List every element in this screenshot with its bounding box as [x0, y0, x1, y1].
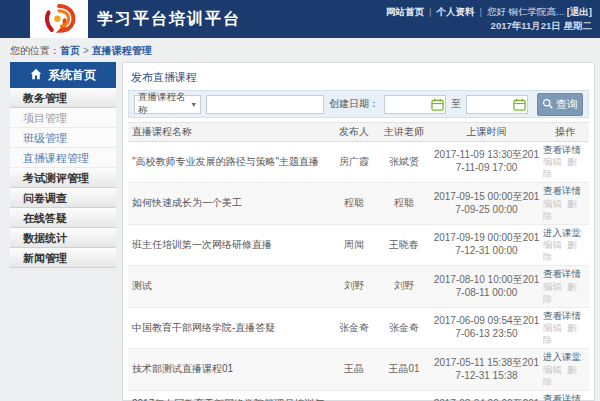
edit-link[interactable]: 编辑 [543, 198, 562, 209]
sidebar-item[interactable]: 问卷调查 [10, 188, 116, 208]
greeting-text: 您好 铜仁学院高... [487, 6, 564, 17]
course-name: 班主任培训第一次网络研修直播 [128, 224, 332, 265]
course-name: 测试 [128, 266, 332, 307]
teacher: 程聪 [376, 183, 432, 224]
class-time: 2017-11-09 13:30至2017-11-09 17:00 [432, 142, 541, 183]
nav-site-home-link[interactable]: 网站首页 [386, 6, 424, 17]
operations-cell: 查看详情编辑删除 [541, 390, 589, 401]
top-header: 学习平台培训平台 网站首页|个人资料|您好 铜仁学院高... [退出] 2017… [0, 0, 600, 38]
class-time: 2017-08-04 09:00至2017-08-10 20:30 [432, 390, 541, 401]
logout-link[interactable]: [退出] [567, 6, 592, 17]
edit-link[interactable]: 编辑 [543, 364, 562, 375]
class-time: 2017-09-19 00:00至2017-12-31 00:00 [432, 224, 541, 265]
to-label: 至 [451, 97, 461, 111]
table-row: 2017年中国教育干部网络学院管理员培训与实操演示（模拟）韦羽羽刘野2017-0… [128, 390, 589, 401]
enter-classroom-link[interactable]: 进入课堂 [543, 227, 587, 239]
course-name: 2017年中国教育干部网络学院管理员培训与实操演示（模拟） [128, 390, 332, 401]
view-detail-link[interactable]: 查看详情 [543, 310, 587, 322]
view-detail-link[interactable]: 查看详情 [543, 268, 587, 280]
teacher: 张金奇 [376, 307, 432, 348]
publisher: 王晶 [332, 349, 376, 390]
query-button[interactable]: 查询 [537, 93, 583, 116]
sidebar-home-label: 系统首页 [48, 67, 96, 84]
teacher: 王晓春 [376, 224, 432, 265]
search-bar: 直播课程名称 ▼ 创建日期： 至 查询 [128, 90, 589, 118]
operations-cell: 查看详情编辑删除 [541, 307, 589, 348]
breadcrumb-current[interactable]: 直播课程管理 [92, 45, 152, 56]
sidebar: 系统首页 教务管理项目管理班级管理直播课程管理考试测评管理问卷调查在线答疑数据统… [10, 62, 116, 268]
class-time: 2017-09-15 00:00至2017-09-25 00:00 [432, 183, 541, 224]
operations-cell: 查看详情编辑删除 [541, 142, 589, 183]
teacher: 王晶01 [376, 349, 432, 390]
publish-live-course-link[interactable]: 发布直播课程 [131, 71, 197, 83]
operations-cell: 进入课堂编辑删除 [541, 349, 589, 390]
course-table-body: "高校教师专业发展的路径与策略"主题直播房广霞张斌贤2017-11-09 13:… [128, 142, 589, 401]
sidebar-item[interactable]: 教务管理 [10, 88, 116, 108]
publisher: 张金奇 [332, 307, 376, 348]
chevron-down-icon: ▼ [190, 101, 197, 108]
search-icon [542, 98, 553, 111]
table-row: 技术部测试直播课程01王晶王晶012017-05-11 15:38至2017-1… [128, 349, 589, 390]
edit-link[interactable]: 编辑 [543, 322, 562, 333]
table-header-row: 直播课程名称发布人主讲老师上课时间操作 [128, 123, 589, 142]
sidebar-item[interactable]: 在线答疑 [10, 208, 116, 228]
edit-link[interactable]: 编辑 [543, 281, 562, 292]
nav-profile-link[interactable]: 个人资料 [437, 6, 475, 17]
calendar-icon[interactable] [513, 98, 526, 113]
table-row: 班主任培训第一次网络研修直播周闻王晓春2017-09-19 00:00至2017… [128, 224, 589, 265]
publish-row: 发布直播课程 [128, 63, 589, 90]
class-time: 2017-05-11 15:38至2017-12-31 15:38 [432, 349, 541, 390]
course-name: 中国教育干部网络学院-直播答疑 [128, 307, 332, 348]
query-button-label: 查询 [556, 97, 578, 112]
edit-link[interactable]: 编辑 [543, 239, 562, 250]
view-detail-link[interactable]: 查看详情 [543, 185, 587, 197]
logo-box [30, 0, 88, 38]
sidebar-menu: 教务管理项目管理班级管理直播课程管理考试测评管理问卷调查在线答疑数据统计新闻管理 [10, 88, 116, 268]
publisher: 刘野 [332, 266, 376, 307]
sidebar-item[interactable]: 考试测评管理 [10, 168, 116, 188]
column-header: 上课时间 [432, 123, 541, 142]
breadcrumb-separator: > [83, 45, 89, 56]
course-name: 技术部测试直播课程01 [128, 349, 332, 390]
header-nav: 网站首页|个人资料|您好 铜仁学院高... [退出] [386, 5, 592, 19]
calendar-icon[interactable] [431, 98, 444, 113]
teacher: 刘野 [376, 266, 432, 307]
publisher: 韦羽羽 [332, 390, 376, 401]
sidebar-item[interactable]: 项目管理 [10, 108, 116, 128]
view-detail-link[interactable]: 查看详情 [543, 144, 587, 156]
create-date-label: 创建日期： [329, 97, 379, 111]
column-header: 操作 [541, 123, 589, 142]
current-date: 2017年11月21日 星期二 [386, 19, 592, 33]
operations-cell: 查看详情编辑删除 [541, 266, 589, 307]
course-table: 直播课程名称发布人主讲老师上课时间操作 "高校教师专业发展的路径与策略"主题直播… [128, 122, 589, 401]
publisher: 房广霞 [332, 142, 376, 183]
table-row: 测试刘野刘野2017-08-10 10:00至2017-08-11 00:00查… [128, 266, 589, 307]
class-time: 2017-06-09 09:54至2017-06-13 23:50 [432, 307, 541, 348]
column-header: 主讲老师 [376, 123, 432, 142]
sidebar-item-system-home[interactable]: 系统首页 [10, 62, 116, 88]
publisher: 周闻 [332, 224, 376, 265]
search-field-select[interactable]: 直播课程名称 ▼ [134, 95, 201, 114]
view-detail-link[interactable]: 查看详情 [543, 393, 587, 401]
sidebar-item[interactable]: 班级管理 [10, 128, 116, 148]
search-keyword-input[interactable] [206, 95, 324, 114]
table-row: 中国教育干部网络学院-直播答疑张金奇张金奇2017-06-09 09:54至20… [128, 307, 589, 348]
table-row: "高校教师专业发展的路径与策略"主题直播房广霞张斌贤2017-11-09 13:… [128, 142, 589, 183]
teacher: 刘野 [376, 390, 432, 401]
home-icon [30, 68, 42, 83]
course-name: 如何快速成长为一个美工 [128, 183, 332, 224]
edit-link[interactable]: 编辑 [543, 156, 562, 167]
breadcrumb-home-link[interactable]: 首页 [60, 45, 80, 56]
breadcrumb-prefix: 您的位置： [10, 45, 60, 56]
sidebar-item[interactable]: 数据统计 [10, 228, 116, 248]
phoenix-logo-icon [37, 2, 81, 36]
search-field-selected: 直播课程名称 [138, 91, 190, 117]
column-header: 直播课程名称 [128, 123, 332, 142]
enter-classroom-link[interactable]: 进入课堂 [543, 351, 587, 363]
course-name: "高校教师专业发展的路径与策略"主题直播 [128, 142, 332, 183]
sidebar-item[interactable]: 直播课程管理 [10, 148, 116, 168]
class-time: 2017-08-10 10:00至2017-08-11 00:00 [432, 266, 541, 307]
column-header: 发布人 [332, 123, 376, 142]
publisher: 程聪 [332, 183, 376, 224]
sidebar-item[interactable]: 新闻管理 [10, 248, 116, 268]
